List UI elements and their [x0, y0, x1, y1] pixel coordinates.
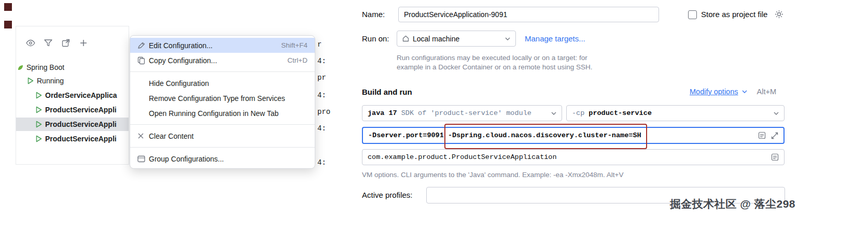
run-on-dropdown[interactable]: Local machine [397, 31, 516, 47]
run-on-help-line-1: Run configurations may be executed local… [397, 54, 587, 62]
tree-node-product-service-1[interactable]: ProductServiceAppli [16, 103, 129, 116]
console-fragment: 4: [317, 91, 326, 99]
tree-node-label: ProductServiceAppli [45, 120, 117, 128]
console-fragment: 4: [317, 124, 326, 133]
view-options-icon[interactable] [25, 38, 36, 48]
menu-item-label: Edit Configuration... [149, 41, 213, 50]
menu-item-remove-configuration-type[interactable]: Remove Configuration Type from Services [130, 91, 315, 106]
tree-node-order-service[interactable]: OrderServiceApplica [16, 89, 129, 102]
run-triangle-icon [36, 135, 42, 142]
vm-options-field[interactable]: -Dserver.port=9091 -Dspring.cloud.nacos.… [362, 127, 785, 144]
tree-node-label: OrderServiceApplica [45, 91, 117, 99]
watermark: 掘金技术社区 @ 落尘298 [652, 197, 795, 211]
cp-value: product-service [589, 109, 652, 117]
decor-square [4, 21, 12, 28]
main-class-field[interactable]: com.example.product.ProductServiceApplic… [362, 149, 785, 165]
console-fragment: 4: [317, 158, 326, 167]
open-in-new-tab-icon[interactable] [61, 38, 71, 48]
tree-node-spring-boot[interactable]: Spring Boot [16, 61, 129, 74]
chevron-down-icon [505, 37, 510, 40]
expand-field-icon[interactable] [758, 132, 766, 139]
modify-options-row: Modify options Alt+M [690, 88, 776, 96]
menu-item-open-running-configuration[interactable]: Open Running Configuration in New Tab [130, 106, 315, 121]
run-on-value: Local machine [413, 35, 459, 43]
run-triangle-icon [36, 121, 42, 128]
run-triangle-icon [36, 92, 42, 99]
vm-options-help: VM options. CLI arguments to the 'Java' … [362, 171, 624, 179]
context-menu: Edit Configuration... Shift+F4 Copy Conf… [130, 35, 315, 169]
add-icon[interactable] [78, 38, 89, 48]
spring-boot-icon [18, 65, 23, 70]
menu-item-label: Group Configurations... [149, 155, 224, 163]
expand-field-icon[interactable] [771, 153, 779, 161]
name-input[interactable] [398, 7, 659, 22]
open-in-editor-icon[interactable] [771, 132, 778, 139]
menu-item-copy-configuration[interactable]: Copy Configuration... Ctrl+D [130, 53, 315, 68]
filter-icon[interactable] [43, 38, 53, 48]
chevron-down-icon [551, 112, 556, 115]
menu-item-label: Hide Configuration [149, 79, 209, 88]
store-as-project-file-label: Store as project file [701, 10, 767, 19]
run-on-help-line-2: example in a Docker Container or on a re… [397, 63, 592, 71]
run-on-label: Run on: [362, 34, 389, 43]
modify-options-shortcut: Alt+M [757, 88, 776, 96]
menu-item-label: Open Running Configuration in New Tab [149, 109, 278, 118]
run-triangle-icon [27, 77, 34, 84]
cp-flag: -cp [572, 109, 584, 117]
console-fragment: r [317, 40, 321, 49]
jdk-description: SDK of 'product-service' module [401, 109, 531, 117]
chevron-down-icon [774, 112, 779, 115]
decor-square [4, 3, 12, 11]
copy-icon [137, 56, 149, 65]
menu-item-label: Clear Content [149, 132, 193, 140]
menu-item-hide-configuration[interactable]: Hide Configuration [130, 76, 315, 91]
clear-icon [137, 133, 149, 139]
gear-icon[interactable] [775, 10, 783, 21]
console-clipped-strip: r 4: pr 4: pro 4: 4: [317, 26, 332, 167]
chevron-down-icon [742, 90, 747, 93]
menu-separator [130, 71, 315, 72]
name-label: Name: [362, 10, 385, 19]
menu-separator [130, 124, 315, 125]
menu-item-group-configurations[interactable]: Group Configurations... [130, 151, 315, 166]
menu-item-edit-configuration[interactable]: Edit Configuration... Shift+F4 [130, 38, 315, 53]
local-machine-icon [402, 35, 409, 42]
menu-item-shortcut: Shift+F4 [281, 41, 307, 49]
services-toolbar [25, 38, 89, 48]
services-panel: Spring Boot Running OrderServiceApplica … [16, 26, 129, 165]
run-triangle-icon [36, 106, 42, 113]
tree-node-product-service-3[interactable]: ProductServiceAppli [16, 132, 129, 145]
jdk-version: java 17 [368, 109, 397, 117]
build-and-run-heading: Build and run [362, 88, 412, 96]
menu-item-clear-content[interactable]: Clear Content [130, 128, 315, 143]
vm-option-port: -Dserver.port=9091 [368, 132, 444, 139]
console-fragment: pro [317, 108, 330, 116]
store-as-project-file-checkbox[interactable] [688, 10, 697, 19]
menu-item-shortcut: Ctrl+D [287, 56, 307, 64]
group-icon [137, 155, 149, 163]
pencil-icon [137, 41, 149, 49]
tree-node-label: ProductServiceAppli [45, 106, 117, 114]
menu-separator [130, 147, 315, 148]
console-fragment: 4: [317, 57, 326, 65]
vm-option-cluster-name: -Dspring.cloud.nacos.discovery.cluster-n… [448, 132, 641, 139]
manage-targets-link[interactable]: Manage targets... [525, 34, 585, 43]
tree-node-label: Spring Boot [26, 63, 64, 71]
active-profiles-label: Active profiles: [362, 191, 413, 199]
jdk-dropdown[interactable]: java 17 SDK of 'product-service' module [362, 105, 562, 121]
modify-options-link[interactable]: Modify options [690, 88, 738, 96]
console-fragment: pr [317, 74, 326, 82]
tree-node-label: Running [37, 77, 64, 85]
main-class-value: com.example.product.ProductServiceApplic… [368, 153, 557, 161]
tree-node-product-service-2-selected[interactable]: ProductServiceAppli [16, 118, 129, 131]
tree-node-running[interactable]: Running [16, 74, 129, 88]
classpath-dropdown[interactable]: -cp product-service [566, 105, 785, 121]
menu-item-label: Copy Configuration... [149, 56, 217, 65]
menu-item-label: Remove Configuration Type from Services [149, 94, 285, 103]
tree-node-label: ProductServiceAppli [45, 135, 117, 143]
